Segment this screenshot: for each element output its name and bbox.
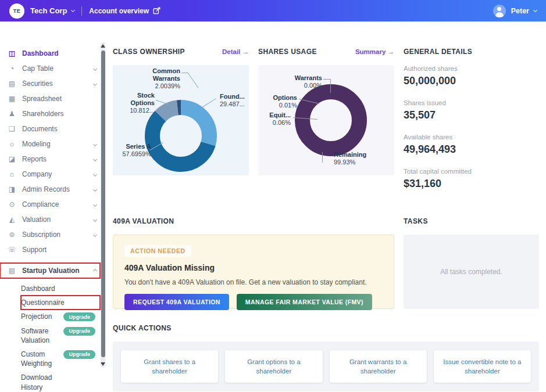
sidebar-item-dashboard[interactable]: ◫ Dashboard xyxy=(0,46,100,61)
sidebar-item-modeling[interactable]: ☼ Modeling xyxy=(0,136,100,152)
tasks-title: TASKS xyxy=(404,217,428,225)
stat-available-shares: Available shares 49,964,493 xyxy=(404,134,539,156)
scrollbar-thumb[interactable] xyxy=(101,51,105,357)
dollar-circle-icon: ⊚ xyxy=(8,231,16,239)
chevron-down-icon xyxy=(93,232,97,236)
submenu-item-questionnaire[interactable]: Questionnaire xyxy=(21,296,100,310)
issue-convertible-note-button[interactable]: Issue convertible note to a shareholder xyxy=(434,350,531,383)
submenu-item-dashboard[interactable]: Dashboard xyxy=(21,282,100,296)
sidebar-item-startup-valuation[interactable]: ▤ Startup Valuation xyxy=(0,263,100,278)
company-logo[interactable]: TE xyxy=(9,3,24,19)
valuation-409a-section: 409A VALUATION ACTION NEEDED 409A Valuat… xyxy=(113,217,394,309)
chevron-down-icon[interactable] xyxy=(71,8,75,12)
sidebar-scrollbar[interactable] xyxy=(101,42,105,368)
arrow-right-icon: → xyxy=(388,48,395,55)
class-ownership-detail-link[interactable]: Detail → xyxy=(222,48,249,55)
stat-shares-issued: Shares issued 35,507 xyxy=(404,99,539,121)
shares-usage-donut-chart xyxy=(291,81,370,160)
submenu-item-software-valuation[interactable]: Software Valuation Upgrade xyxy=(21,324,100,347)
tasks-empty-message: All tasks completed. xyxy=(440,268,502,276)
chevron-down-icon xyxy=(93,187,97,191)
lightbulb-icon: ☼ xyxy=(8,140,16,148)
chevron-down-icon xyxy=(93,81,97,85)
manage-fmv-button[interactable]: MANAGE FAIR MARKET VALUE (FMV) xyxy=(237,294,372,310)
class-ownership-title: CLASS OWNERSHIP xyxy=(113,48,185,56)
donut-segment-remaining xyxy=(302,92,359,149)
headset-icon: ☏ xyxy=(8,246,16,254)
dashboard-icon: ◫ xyxy=(8,49,16,57)
valuation-missing-heading: 409A Valuation Missing xyxy=(124,263,383,272)
submenu-item-custom-weighting[interactable]: Custom Weighting Upgrade xyxy=(21,347,100,371)
donut-label-warrants: Warrants 0.00% xyxy=(276,74,322,89)
general-details-title: GENERAL DETAILS xyxy=(404,48,472,56)
quick-actions-panel: Grant shares to a shareholder Grant opti… xyxy=(113,341,539,391)
scroll-down-arrow[interactable] xyxy=(101,362,105,366)
shares-usage-title: SHARES USAGE xyxy=(258,48,317,56)
table-icon: ▦ xyxy=(8,95,16,103)
donut-label-equity: Equit... 0.06% xyxy=(258,112,291,127)
chevron-down-icon xyxy=(93,172,97,176)
user-menu[interactable]: Peter xyxy=(511,7,529,15)
general-details-section: GENERAL DETAILS Authorized shares 50,000… xyxy=(404,48,539,202)
shares-usage-chart-panel: Warrants 0.00% Options 0.01% Equit... 0.… xyxy=(258,65,394,175)
upgrade-badge[interactable]: Upgrade xyxy=(63,312,95,321)
chevron-down-icon xyxy=(93,142,97,146)
report-icon: ◪ xyxy=(8,155,16,163)
main-content: CLASS OWNERSHIP Detail → Common Warrants xyxy=(108,21,546,392)
company-switcher[interactable]: Tech Corp xyxy=(30,6,67,15)
sidebar-item-reports[interactable]: ◪ Reports xyxy=(0,152,100,167)
grant-shares-button[interactable]: Grant shares to a shareholder xyxy=(121,350,218,383)
sidebar-item-subscription[interactable]: ⊚ Subscription xyxy=(0,227,100,242)
stat-total-capital-committed: Total capital committed $31,160 xyxy=(404,168,539,190)
grant-warrants-button[interactable]: Grant warrants to a shareholder xyxy=(330,350,427,383)
grant-options-button[interactable]: Grant options to a shareholder xyxy=(225,350,322,383)
donut-label-remaining: Remaining 99.93% xyxy=(334,151,374,166)
request-409a-valuation-button[interactable]: REQUEST 409A VALUATION xyxy=(124,294,229,310)
donut-label-series-a: Series A 57.6959% xyxy=(115,143,151,158)
donut-label-stock-options: Stock Options 10.812... xyxy=(114,92,155,114)
sidebar-item-support[interactable]: ☏ Support xyxy=(0,242,100,257)
chevron-down-icon xyxy=(93,66,97,70)
shares-usage-section: SHARES USAGE Summary → Warrants 0.00% Op… xyxy=(258,48,394,202)
valuation-409a-title: 409A VALUATION xyxy=(113,217,174,225)
action-needed-badge: ACTION NEEDED xyxy=(124,245,191,257)
clipboard-icon: ▤ xyxy=(8,80,16,88)
sidebar-item-admin-records[interactable]: ◨ Admin Records xyxy=(0,182,100,197)
submenu-item-projection[interactable]: Projection Upgrade xyxy=(21,310,100,323)
sidebar-item-cap-table[interactable]: ◔ Cap Table xyxy=(0,61,100,76)
donut-label-common-warrants: Common Warrants 2.0039% xyxy=(127,67,180,90)
stat-authorized-shares: Authorized shares 50,000,000 xyxy=(404,65,539,87)
upgrade-badge[interactable]: Upgrade xyxy=(63,350,95,359)
sidebar-item-shareholders[interactable]: ♟ Shareholders xyxy=(0,106,100,121)
sidebar-item-company[interactable]: ⌂ Company xyxy=(0,167,100,182)
person-icon: ♟ xyxy=(8,110,16,118)
donut-label-options: Options 0.01% xyxy=(261,94,297,109)
scroll-up-arrow[interactable] xyxy=(101,44,105,48)
chevron-down-icon xyxy=(93,217,97,221)
edit-icon[interactable] xyxy=(153,7,160,15)
pie-chart-icon: ◔ xyxy=(8,64,16,73)
chevron-down-icon[interactable] xyxy=(533,8,537,12)
shares-usage-summary-link[interactable]: Summary → xyxy=(355,48,394,55)
quick-actions-title: QUICK ACTIONS xyxy=(113,324,172,332)
sidebar-item-securities[interactable]: ▤ Securities xyxy=(0,76,100,91)
chevron-up-icon xyxy=(93,268,97,272)
sidebar-item-compliance[interactable]: ⊙ Compliance xyxy=(0,197,100,212)
sidebar-item-documents[interactable]: ❏ Documents xyxy=(0,121,100,136)
upgrade-badge[interactable]: Upgrade xyxy=(63,327,95,336)
document-icon: ▤ xyxy=(8,267,16,275)
startup-valuation-submenu: Dashboard Questionnaire Projection Upgra… xyxy=(21,282,100,392)
leader-line xyxy=(188,73,199,88)
sidebar-item-spreadsheet[interactable]: ▦ Spreadsheet xyxy=(0,91,100,106)
leader-line xyxy=(330,79,331,93)
building-icon: ⌂ xyxy=(8,170,16,178)
user-avatar[interactable] xyxy=(493,5,506,17)
submenu-item-download-history[interactable]: Download History xyxy=(21,371,100,392)
folder-icon: ❏ xyxy=(8,125,16,133)
quick-actions-section: QUICK ACTIONS Grant shares to a sharehol… xyxy=(113,324,539,391)
sidebar-item-valuation[interactable]: ◭ Valuation xyxy=(0,212,100,227)
sidebar: ◫ Dashboard ◔ Cap Table ▤ Securities ▦ S… xyxy=(0,21,108,392)
breadcrumb-page-title: Account overview xyxy=(89,7,149,15)
chevron-down-icon xyxy=(93,202,97,206)
donut-label-founders: Found... 29.487... xyxy=(220,93,248,108)
